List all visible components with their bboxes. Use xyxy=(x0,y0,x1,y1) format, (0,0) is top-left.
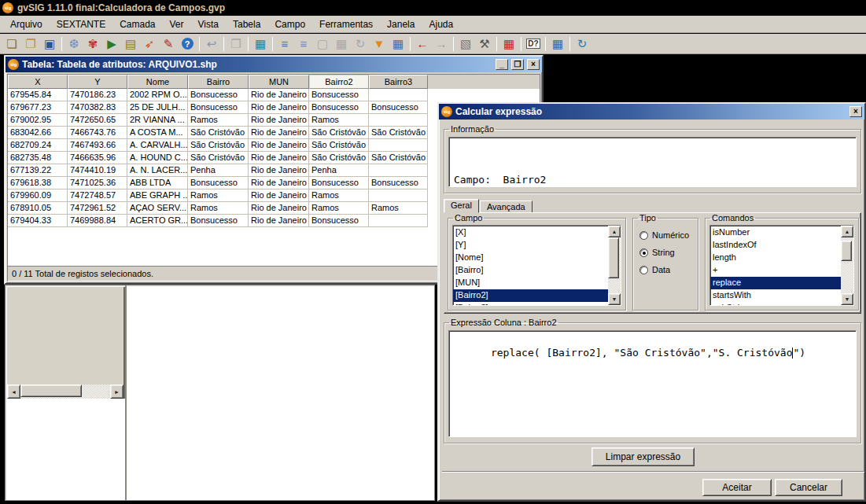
filter-icon[interactable]: ▼ xyxy=(370,35,389,53)
table-cell: 683042.66 xyxy=(8,127,68,139)
calculator-icon[interactable]: ▦ xyxy=(548,35,567,53)
comandos-item[interactable]: length xyxy=(710,252,841,264)
limpar-expressao-button[interactable]: Limpar expressão xyxy=(591,447,695,466)
comandos-item[interactable]: lastIndexOf xyxy=(710,239,841,252)
radio-data[interactable]: Data xyxy=(639,265,698,274)
molecule-icon[interactable]: ✾ xyxy=(83,35,102,53)
new-document-icon[interactable]: ❏ xyxy=(2,35,21,53)
menu-ferramentas[interactable]: Ferramentas xyxy=(312,17,380,32)
tab-panel-geral: Campo [X][Y][Nome][Bairro][MUN][Bairro2]… xyxy=(444,212,861,314)
toolbox-icon[interactable]: ▤ xyxy=(121,35,140,53)
table-cell: Rio de Janeiro xyxy=(249,202,309,215)
campo-scroll-thumb[interactable] xyxy=(608,237,619,278)
sextante-icon[interactable]: ❆ xyxy=(64,35,83,53)
save-icon[interactable]: ▣ xyxy=(40,35,59,53)
table-cell: São Cristóvão xyxy=(309,127,369,139)
comandos-item[interactable]: startsWith xyxy=(710,289,841,302)
radio-string[interactable]: String xyxy=(639,248,698,257)
menu-ajuda[interactable]: Ajuda xyxy=(422,17,460,32)
column-header-bairro[interactable]: Bairro xyxy=(188,75,249,89)
expression-input[interactable]: replace( [Bairro2], "São Cristóvão","S. … xyxy=(448,330,857,437)
comandos-item[interactable]: isNumber xyxy=(710,226,841,239)
menu-campo[interactable]: Campo xyxy=(267,17,312,32)
table-cell: São Cristóvão xyxy=(369,127,428,139)
comandos-item[interactable]: + xyxy=(710,264,841,277)
campo-item[interactable]: [Bairro] xyxy=(453,264,608,277)
column-header-nome[interactable]: Nome xyxy=(127,75,188,89)
table-row[interactable]: 679545.847470186.232002 RPM O...Bonsuces… xyxy=(8,89,540,101)
open-folder-icon[interactable]: ❐ xyxy=(21,35,40,53)
radio-icon xyxy=(639,248,648,257)
campo-item[interactable]: [Nome] xyxy=(453,252,608,264)
comandos-item[interactable]: replace xyxy=(710,277,841,289)
window-icon: ❐ xyxy=(227,35,245,53)
menu-vista[interactable]: Vista xyxy=(191,17,226,32)
scroll-left-icon[interactable]: ◄ xyxy=(7,384,20,399)
expressao-groupbox: Expressão Coluna : Bairro2 replace( [Bai… xyxy=(444,318,861,443)
comandos-item[interactable]: subString xyxy=(710,302,841,305)
radio-numérico[interactable]: Numérico xyxy=(639,230,698,240)
previous-record-icon[interactable]: ← xyxy=(413,35,432,53)
maximize-button[interactable]: ❐ xyxy=(511,59,524,70)
menu-arquivo[interactable]: Arquivo xyxy=(3,17,50,32)
menu-camada[interactable]: Camada xyxy=(112,17,162,32)
cancelar-button[interactable]: Cancelar xyxy=(775,479,842,496)
dialog-titlebar[interactable]: sig Calcular expressão × xyxy=(439,104,864,120)
campo-item[interactable]: [Bairro2] xyxy=(453,289,608,302)
column-header-bairro3[interactable]: Bairro3 xyxy=(369,75,428,89)
campo-item[interactable]: [MUN] xyxy=(453,277,608,289)
console-icon[interactable]: ▶ xyxy=(102,35,121,53)
statistics-table-icon[interactable]: ▦ xyxy=(389,35,407,53)
molecule-icon-glyph: ✾ xyxy=(88,37,98,51)
column-header-x[interactable]: X xyxy=(8,75,68,89)
scroll-up-icon[interactable]: ▲ xyxy=(608,226,621,237)
tools-icon[interactable]: ⚒ xyxy=(475,35,494,53)
campo-scroll-track[interactable] xyxy=(608,237,621,293)
column-header-mun[interactable]: MUN xyxy=(249,75,309,89)
menu-sextante[interactable]: SEXTANTE xyxy=(50,17,112,32)
comandos-scrollbar[interactable]: ▲ ▼ xyxy=(841,226,853,305)
sort-ascending-icon[interactable]: ≡ xyxy=(275,35,294,53)
sort-descending-icon[interactable]: ≡ xyxy=(294,35,313,53)
campo-item[interactable]: [Y] xyxy=(453,239,608,252)
help-icon[interactable]: ? xyxy=(178,35,197,53)
toc-scroll-thumb[interactable] xyxy=(20,384,82,397)
toc-scroll-track[interactable] xyxy=(20,384,110,399)
column-header-bairro2[interactable]: Bairro2 xyxy=(309,75,369,89)
table-grid-icon[interactable]: ▦ xyxy=(499,35,518,53)
aceitar-button[interactable]: Aceitar xyxy=(702,479,772,496)
column-header-y[interactable]: Y xyxy=(68,75,127,89)
print-icon[interactable]: ▦ xyxy=(251,35,270,53)
comandos-scroll-track[interactable] xyxy=(841,237,853,293)
scroll-down-icon[interactable]: ▼ xyxy=(841,293,853,305)
menu-janela[interactable]: Janela xyxy=(380,17,422,32)
filter-icon-glyph: ▼ xyxy=(374,37,385,50)
selection-status: 0 / 11 Total de registos selecionados. xyxy=(12,269,153,278)
close-icon[interactable]: × xyxy=(849,106,862,117)
rename-field-icon[interactable]: D? xyxy=(524,35,543,53)
toc-horizontal-scrollbar[interactable]: ◄ ► xyxy=(7,384,123,399)
scroll-right-icon[interactable]: ► xyxy=(110,384,123,399)
table-window-titlebar[interactable]: sig Tabela: Tabela de atributos: ARQUIVO… xyxy=(6,57,542,72)
console-icon-glyph: ▶ xyxy=(107,37,116,51)
selection-icon[interactable]: ▧ xyxy=(456,35,475,53)
campo-scrollbar[interactable]: ▲ ▼ xyxy=(608,226,621,305)
toc-divider[interactable] xyxy=(125,285,127,500)
tab-geral[interactable]: Geral xyxy=(444,199,479,213)
campo-item[interactable]: [X] xyxy=(453,226,608,239)
pin-icon[interactable]: ➶ xyxy=(140,35,159,53)
menu-tabela[interactable]: Tabela xyxy=(226,17,267,32)
tab-avancada[interactable]: Avançada xyxy=(480,200,532,213)
radio-label: String xyxy=(652,248,675,257)
table-cell: 2002 RPM O... xyxy=(127,89,188,101)
scroll-up-icon[interactable]: ▲ xyxy=(841,226,853,237)
close-button[interactable]: × xyxy=(527,59,540,70)
menu-ver[interactable]: Ver xyxy=(163,17,191,32)
edit-icon[interactable]: ✎ xyxy=(159,35,178,53)
table-cell: 7467493.66 xyxy=(68,139,127,152)
comandos-scroll-thumb[interactable] xyxy=(841,241,852,261)
campo-item[interactable]: [Bairro3] xyxy=(453,302,608,305)
minimize-button[interactable]: _ xyxy=(496,59,508,70)
scroll-down-icon[interactable]: ▼ xyxy=(608,293,621,305)
table-refresh-icon[interactable]: ↻ xyxy=(573,35,591,53)
